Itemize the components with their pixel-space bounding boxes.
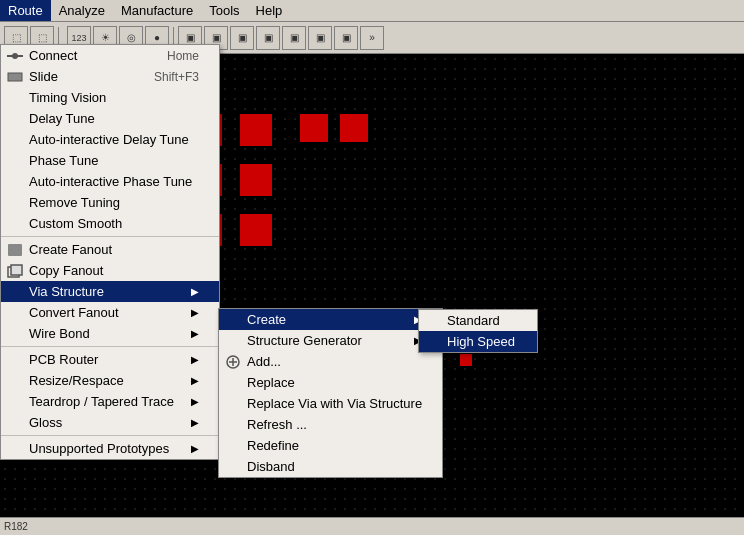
create-submenu-item-high-speed[interactable]: High Speed (419, 331, 537, 352)
menu-item-pcb-router[interactable]: PCB Router ▶ (1, 349, 219, 370)
toolbar-btn-11[interactable]: ▣ (282, 26, 306, 50)
menu-item-connect[interactable]: Connect Home (1, 45, 219, 66)
menu-item-timing-vision[interactable]: Timing Vision (1, 87, 219, 108)
menu-item-convert-fanout[interactable]: Convert Fanout ▶ (1, 302, 219, 323)
svg-rect-3 (8, 244, 22, 256)
submenu-item-structure-gen[interactable]: Structure Generator ▶ (219, 330, 442, 351)
route-dropdown: Connect Home Slide Shift+F3 Timing Visio… (0, 44, 220, 460)
pcb-element (460, 354, 472, 366)
menubar-item-route[interactable]: Route (0, 0, 51, 21)
submenu-item-disband[interactable]: Disband (219, 456, 442, 477)
fanout-icon (5, 243, 25, 257)
separator-1 (1, 236, 219, 237)
create-submenu: Standard High Speed (418, 309, 538, 353)
menubar-item-tools[interactable]: Tools (201, 0, 247, 21)
menu-item-create-fanout[interactable]: Create Fanout (1, 239, 219, 260)
submenu-arrow-gloss: ▶ (191, 417, 199, 428)
menu-item-custom-smooth[interactable]: Custom Smooth (1, 213, 219, 234)
menu-item-wire-bond[interactable]: Wire Bond ▶ (1, 323, 219, 344)
slide-icon (5, 71, 25, 83)
menu-item-auto-delay-tune[interactable]: Auto-interactive Delay Tune (1, 129, 219, 150)
submenu-item-create[interactable]: Create ▶ (219, 309, 442, 330)
pcb-element (240, 114, 272, 146)
svg-point-1 (12, 53, 18, 59)
create-submenu-item-standard[interactable]: Standard (419, 310, 537, 331)
menu-item-remove-tuning[interactable]: Remove Tuning (1, 192, 219, 213)
toolbar-btn-10[interactable]: ▣ (256, 26, 280, 50)
menu-item-via-structure[interactable]: Via Structure ▶ (1, 281, 219, 302)
svg-rect-2 (8, 73, 22, 81)
submenu-arrow-pcb: ▶ (191, 354, 199, 365)
menu-item-unsupported[interactable]: Unsupported Prototypes ▶ (1, 438, 219, 459)
menubar: Route Analyze Manufacture Tools Help (0, 0, 744, 22)
menu-item-phase-tune[interactable]: Phase Tune (1, 150, 219, 171)
submenu-item-add[interactable]: Add... (219, 351, 442, 372)
toolbar-btn-13[interactable]: ▣ (334, 26, 358, 50)
menu-item-resize[interactable]: Resize/Respace ▶ (1, 370, 219, 391)
connect-icon (5, 50, 25, 62)
toolbar-btn-9[interactable]: ▣ (230, 26, 254, 50)
menubar-item-analyze[interactable]: Analyze (51, 0, 113, 21)
via-structure-submenu: Create ▶ Structure Generator ▶ Add... Re… (218, 308, 443, 478)
menu-item-gloss[interactable]: Gloss ▶ (1, 412, 219, 433)
submenu-arrow-resize: ▶ (191, 375, 199, 386)
status-bar: R182 (0, 517, 744, 535)
svg-rect-5 (11, 265, 22, 275)
menu-item-teardrop[interactable]: Teardrop / Tapered Trace ▶ (1, 391, 219, 412)
pcb-element (240, 214, 272, 246)
separator-2 (1, 346, 219, 347)
submenu-item-redefine[interactable]: Redefine (219, 435, 442, 456)
menu-item-slide[interactable]: Slide Shift+F3 (1, 66, 219, 87)
submenu-item-replace-via[interactable]: Replace Via with Via Structure (219, 393, 442, 414)
toolbar-btn-12[interactable]: ▣ (308, 26, 332, 50)
pcb-element (240, 164, 272, 196)
menu-item-copy-fanout[interactable]: Copy Fanout (1, 260, 219, 281)
menu-item-auto-phase-tune[interactable]: Auto-interactive Phase Tune (1, 171, 219, 192)
submenu-item-refresh[interactable]: Refresh ... (219, 414, 442, 435)
pcb-element (300, 114, 328, 142)
submenu-item-replace[interactable]: Replace (219, 372, 442, 393)
submenu-arrow-wire-bond: ▶ (191, 328, 199, 339)
pcb-element (340, 114, 368, 142)
status-text: R182 (4, 521, 28, 532)
submenu-arrow-via: ▶ (191, 286, 199, 297)
toolbar-btn-14[interactable]: » (360, 26, 384, 50)
submenu-arrow-convert: ▶ (191, 307, 199, 318)
copy-fanout-icon (5, 264, 25, 278)
menu-item-delay-tune[interactable]: Delay Tune (1, 108, 219, 129)
menubar-item-help[interactable]: Help (248, 0, 291, 21)
menubar-item-manufacture[interactable]: Manufacture (113, 0, 201, 21)
add-icon (223, 355, 243, 369)
submenu-arrow-teardrop: ▶ (191, 396, 199, 407)
separator-3 (1, 435, 219, 436)
submenu-arrow-unsupported: ▶ (191, 443, 199, 454)
